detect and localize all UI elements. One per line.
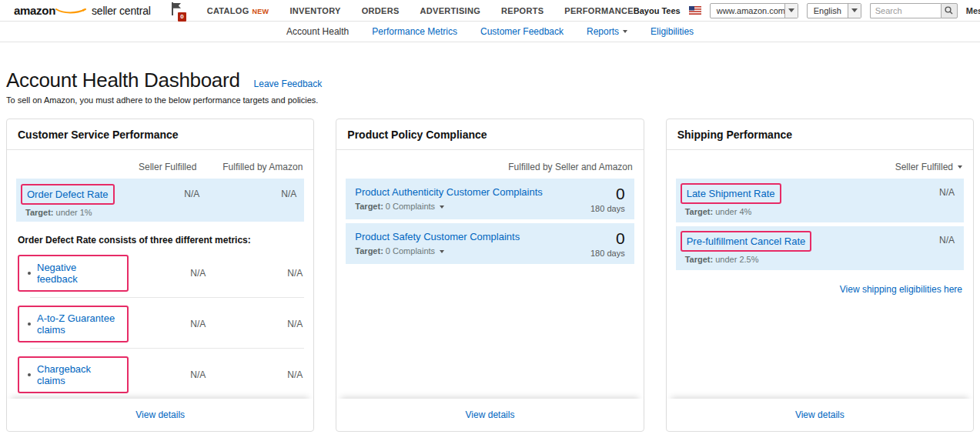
chargeback-claims-row: Chargeback claims N/A N/A [7,349,313,399]
metric-target: Target: under 4% [685,207,781,216]
tab-eligibilities[interactable]: Eligibilities [651,26,694,37]
topnav-right-controls: Bayou Tees www.amazon.com English Messag… [634,3,980,18]
new-badge: NEW [253,8,269,15]
metric-target: Target: under 2.5% [685,255,812,264]
caret-down-icon[interactable] [440,250,444,253]
search-icon [945,6,953,15]
a-to-z-guarantee-claims-link[interactable]: A-to-Z Guarantee claims [37,312,119,336]
global-search [870,3,958,18]
fulfilled-by-amazon-value: N/A [206,319,303,329]
seller-central-logo[interactable]: amazon seller central [14,4,151,17]
primary-menu: CATALOGNEW INVENTORY ORDERS ADVERTISING … [207,6,634,15]
menu-item-reports[interactable]: REPORTS [501,6,544,15]
column-headers: Seller Fulfilled Fulfilled by Amazon [7,150,313,179]
complaint-count-value: 0 [590,185,625,202]
annotation-highlight: A-to-Z Guarantee claims [18,306,129,342]
search-button[interactable] [941,3,958,18]
spacer [18,162,110,172]
utility-links: Messages Help Settings [966,6,980,15]
annotation-highlight: Late Shipment Rate [681,183,781,204]
notifications-flag-button[interactable]: 0 [171,2,182,18]
product-policy-compliance-card: Product Policy Compliance Fulfilled by S… [336,119,644,432]
seller-fulfilled-value: N/A [129,369,206,380]
column-header-fulfilled-by-seller-and-amazon: Fulfilled by Seller and Amazon [508,162,632,172]
shipping-eligibilities-row: View shipping eligibilities here [677,284,962,295]
complaint-count-value: 0 [590,229,625,247]
column-header-fulfilled-by-amazon: Fulfilled by Amazon [196,162,303,172]
caret-down-icon[interactable] [440,205,444,209]
search-input[interactable] [870,3,941,18]
view-shipping-eligibilities-link[interactable]: View shipping eligibilities here [840,284,962,295]
caret-down-icon[interactable] [958,165,962,169]
tab-account-health[interactable]: Account Health [286,26,349,37]
bullet-icon [28,272,31,275]
marketplace-value: www.amazon.com [711,4,784,18]
product-authenticity-complaints-link[interactable]: Product Authenticity Customer Complaints [355,186,543,198]
pre-fulfillment-cancel-rate-link[interactable]: Pre-fulfillment Cancel Rate [687,236,806,247]
menu-item-orders[interactable]: ORDERS [362,6,400,15]
page-subtitle: To sell on Amazon, you must adhere to th… [6,95,974,105]
metric-target: Target: 0 Complaints [355,246,520,256]
product-authenticity-row: Product Authenticity Customer Complaints… [346,179,634,219]
tab-reports[interactable]: Reports [587,26,627,37]
late-shipment-rate-row: Late Shipment Rate Target: under 4% N/A [676,179,964,222]
menu-item-advertising[interactable]: ADVERTISING [420,6,480,15]
marketplace-selector[interactable]: www.amazon.com [710,3,798,18]
page-title: Account Health Dashboard [6,68,240,92]
annotation-highlight: Order Defect Rate [21,184,115,205]
column-headers: Fulfilled by Seller and Amazon [336,150,643,179]
view-details-link[interactable]: View details [135,409,185,420]
shipping-performance-card: Shipping Performance Seller Fulfilled La… [666,119,974,432]
leave-feedback-link[interactable]: Leave Feedback [254,79,323,89]
column-header-seller-fulfilled: Seller Fulfilled [110,162,196,172]
language-value: English [808,4,848,18]
language-dropdown-button[interactable] [848,4,861,18]
marketplace-dropdown-button[interactable] [784,4,798,18]
caret-down-icon [788,8,794,12]
seller-fulfilled-value: N/A [939,232,955,264]
seller-fulfilled-value: N/A [129,268,206,279]
amazon-logo-text: amazon [14,4,55,17]
time-period: 180 days [590,204,625,213]
tab-performance-metrics[interactable]: Performance Metrics [372,26,457,37]
seller-central-logo-text: seller central [92,5,151,17]
chargeback-claims-link[interactable]: Chargeback claims [37,363,119,386]
us-flag-icon [689,6,701,15]
seller-fulfilled-value: N/A [129,319,206,329]
metric-target: Target: 0 Complaints [355,202,543,211]
late-shipment-rate-link[interactable]: Late Shipment Rate [687,188,775,199]
order-defect-rate-row: Order Defect Rate Target: under 1% N/A N… [16,179,304,222]
menu-item-catalog[interactable]: CATALOGNEW [207,6,269,15]
order-defect-rate-link[interactable]: Order Defect Rate [27,189,109,200]
card-footer: View details [7,399,313,431]
product-safety-complaints-link[interactable]: Product Safety Customer Complaints [355,231,520,242]
bullet-icon [28,373,31,376]
fulfilled-by-amazon-value: N/A [206,369,303,380]
card-footer: View details [336,399,643,431]
tab-customer-feedback[interactable]: Customer Feedback [480,26,564,37]
account-name: Bayou Tees [634,6,681,15]
messages-link[interactable]: Messages [966,6,980,15]
card-title: Shipping Performance [667,119,973,150]
amazon-smile-icon [55,8,89,15]
menu-item-performance[interactable]: PERFORMANCE [564,6,633,15]
caret-down-icon [851,8,858,12]
caret-down-icon [623,30,627,33]
view-details-link[interactable]: View details [466,409,515,420]
column-headers: Seller Fulfilled [667,150,973,179]
negative-feedback-row: Negative feedback N/A N/A [7,247,313,297]
negative-feedback-link[interactable]: Negative feedback [37,262,119,285]
language-selector[interactable]: English [807,3,861,18]
fulfilled-by-amazon-value: N/A [206,268,303,279]
customer-service-performance-card: Customer Service Performance Seller Fulf… [6,119,314,432]
view-details-link[interactable]: View details [795,409,845,420]
odr-note: Order Defect Rate consists of three diff… [18,235,303,246]
pre-fulfillment-cancel-rate-row: Pre-fulfillment Cancel Rate Target: unde… [676,226,964,270]
annotation-highlight: Pre-fulfillment Cancel Rate [681,231,812,252]
column-header-seller-fulfilled: Seller Fulfilled [895,162,953,172]
card-footer: View details [667,399,973,431]
annotation-highlight: Negative feedback [18,255,129,292]
card-title: Customer Service Performance [7,119,313,150]
time-period: 180 days [590,249,625,258]
menu-item-inventory[interactable]: INVENTORY [289,6,340,15]
